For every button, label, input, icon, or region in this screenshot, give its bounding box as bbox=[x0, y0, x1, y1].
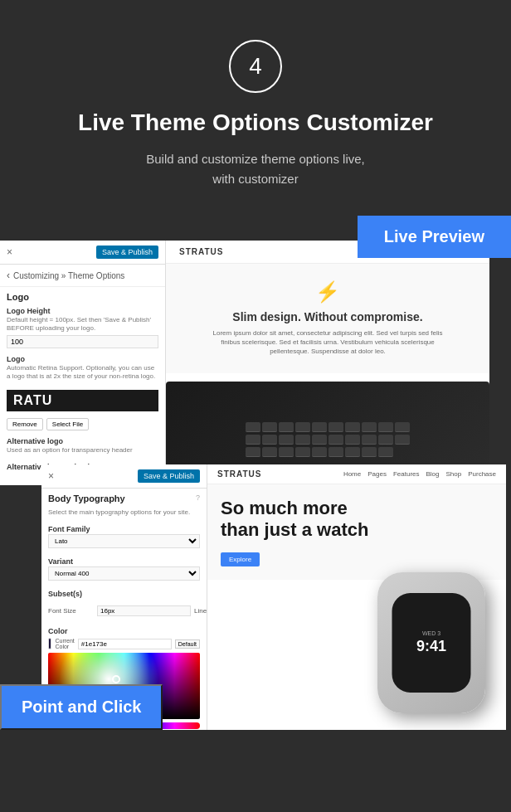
section-help-icon: ? bbox=[196, 494, 200, 502]
current-color-label: Current Color bbox=[55, 638, 74, 649]
subsets-field: Subset(s) bbox=[41, 586, 207, 602]
key bbox=[262, 422, 277, 432]
key bbox=[378, 422, 393, 432]
explore-button[interactable]: Explore bbox=[221, 552, 260, 566]
key bbox=[312, 422, 327, 432]
website-nav-bottom: STRATUS Home Pages Features Blog Shop Pu… bbox=[207, 464, 506, 484]
remove-button[interactable]: Remove bbox=[7, 418, 43, 430]
font-family-field: Font Family Lato bbox=[41, 522, 207, 554]
top-screenshot: × Save & Publish ‹ Customizing » Theme O… bbox=[0, 241, 489, 485]
save-publish-button-top[interactable]: Save & Publish bbox=[96, 246, 158, 259]
top-customizer-panel: × Save & Publish ‹ Customizing » Theme O… bbox=[0, 241, 166, 485]
alt-logo-field: Alternative logo Used as an option for t… bbox=[0, 434, 165, 459]
keyboard-row bbox=[246, 447, 410, 457]
nav-links: Home Pages Features Blog Shop Purchase bbox=[343, 470, 496, 478]
customizer-header-top: × Save & Publish bbox=[0, 241, 165, 265]
live-preview-button[interactable]: Live Preview bbox=[358, 216, 511, 258]
variant-field: Variant Normal 400 bbox=[41, 554, 207, 586]
watch-time: 9:41 bbox=[416, 638, 446, 655]
body-typography-section: Body Typography ? bbox=[41, 489, 207, 505]
key bbox=[345, 435, 360, 445]
nav-shop[interactable]: Shop bbox=[446, 470, 462, 478]
key bbox=[378, 435, 393, 445]
key bbox=[328, 422, 343, 432]
screenshots-container: Live Preview × Save & Publish ‹ Customiz… bbox=[0, 216, 511, 730]
color-label: Color bbox=[48, 627, 200, 635]
nav-purchase[interactable]: Purchase bbox=[468, 470, 496, 478]
logo-height-field: Logo Height Default height = 100px. Set … bbox=[0, 304, 165, 352]
logo-buttons: Remove Select File bbox=[0, 415, 165, 434]
website-logo-bottom: STRATUS bbox=[217, 469, 261, 479]
key bbox=[312, 435, 327, 445]
keyboard bbox=[236, 412, 420, 467]
key bbox=[395, 422, 410, 432]
keyboard-row bbox=[246, 422, 410, 432]
top-website-preview: STRATUS ⚡ Slim design. Without compromis… bbox=[166, 241, 489, 485]
color-hex-input[interactable] bbox=[78, 639, 172, 649]
section-title: Live Theme Options Customizer bbox=[0, 109, 511, 136]
key bbox=[246, 435, 260, 445]
customizer-section-logo: Logo bbox=[0, 287, 165, 304]
point-click-badge[interactable]: Point and Click bbox=[0, 684, 163, 730]
key bbox=[362, 447, 377, 457]
picker-dot bbox=[112, 675, 120, 683]
website-hero-top: ⚡ Slim design. Without compromise. Lorem… bbox=[166, 264, 489, 373]
key bbox=[328, 447, 343, 457]
customizer-breadcrumb: ‹ Customizing » Theme Options bbox=[0, 265, 165, 287]
key bbox=[279, 422, 294, 432]
key bbox=[295, 422, 310, 432]
key bbox=[395, 435, 410, 445]
keyboard-row bbox=[246, 435, 410, 445]
color-row: Current Color Default bbox=[48, 638, 200, 649]
key bbox=[362, 422, 377, 432]
hero-title-top: Slim design. Without compromise. bbox=[179, 310, 476, 323]
hero-big-title: So much more than just a watch bbox=[221, 498, 493, 542]
watch-screen: WED 3 9:41 bbox=[392, 593, 471, 693]
key bbox=[312, 447, 327, 457]
select-file-button[interactable]: Select File bbox=[46, 418, 89, 430]
logo-height-input[interactable] bbox=[7, 335, 158, 348]
customizer-header-bottom: × Save & Publish bbox=[41, 464, 207, 489]
watch-body: WED 3 9:41 bbox=[377, 572, 485, 713]
key bbox=[345, 422, 360, 432]
close-icon[interactable]: × bbox=[7, 246, 12, 258]
nav-pages[interactable]: Pages bbox=[367, 470, 387, 478]
key bbox=[262, 447, 277, 457]
key bbox=[345, 447, 360, 457]
key bbox=[328, 435, 343, 445]
color-swatch bbox=[48, 638, 51, 649]
back-arrow-icon[interactable]: ‹ bbox=[7, 270, 10, 281]
key bbox=[279, 435, 294, 445]
step-number: 4 bbox=[229, 40, 282, 93]
variant-select[interactable]: Normal 400 bbox=[48, 566, 200, 581]
key bbox=[362, 435, 377, 445]
size-fields: Font Size Line Height bbox=[41, 602, 207, 622]
logo-field: Logo Automatic Retina Support. Optionall… bbox=[0, 352, 165, 387]
section-desc-field: Select the main typography options for y… bbox=[41, 505, 207, 522]
default-color-button[interactable]: Default bbox=[175, 639, 200, 649]
key bbox=[262, 435, 277, 445]
font-size-input[interactable] bbox=[97, 605, 191, 616]
section-desc: Build and customize theme options live, … bbox=[0, 149, 511, 189]
logo-preview: RATU bbox=[7, 390, 158, 411]
key bbox=[378, 447, 393, 457]
key bbox=[295, 435, 310, 445]
lightning-icon: ⚡ bbox=[179, 280, 476, 304]
nav-features[interactable]: Features bbox=[393, 470, 420, 478]
nav-blog[interactable]: Blog bbox=[426, 470, 440, 478]
close-icon-bottom[interactable]: × bbox=[48, 470, 54, 482]
save-publish-button-bottom[interactable]: Save & Publish bbox=[138, 469, 200, 483]
key bbox=[246, 422, 260, 432]
key bbox=[279, 447, 294, 457]
font-size-row: Font Size Line Height bbox=[48, 605, 200, 616]
nav-home[interactable]: Home bbox=[343, 470, 361, 478]
watch-day: WED 3 bbox=[422, 630, 440, 636]
font-family-select[interactable]: Lato bbox=[48, 534, 200, 548]
key bbox=[246, 447, 260, 457]
bottom-website-preview: STRATUS Home Pages Features Blog Shop Pu… bbox=[207, 464, 506, 730]
watch-container: WED 3 9:41 bbox=[365, 556, 498, 730]
hero-text-top: Lorem ipsum dolor sit amet, consectetur … bbox=[212, 328, 444, 357]
key bbox=[295, 447, 310, 457]
